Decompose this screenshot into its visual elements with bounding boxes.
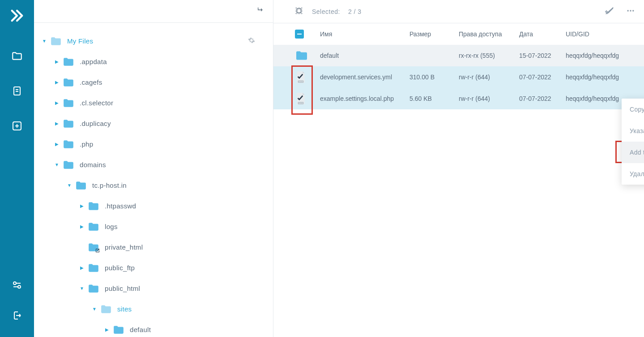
svg-point-13 xyxy=(630,10,631,11)
sidebar: ▼ My Files ▶.appdata▶.cagefs▶.cl.selecto… xyxy=(34,0,273,337)
folder-tree: ▼ My Files ▶.appdata▶.cagefs▶.cl.selecto… xyxy=(34,23,273,337)
cell-date: 07-07-2022 xyxy=(519,73,566,81)
tree-label: .htpasswd xyxy=(105,202,136,210)
tree-item[interactable]: ▼domains xyxy=(38,155,269,175)
file-icon xyxy=(295,92,320,105)
cell-perm: rw-r-r (644) xyxy=(459,95,519,102)
table-body: defaultrx-rx-rx (555)15-07-2022heqqxfdg/… xyxy=(273,45,644,109)
context-menu-item[interactable]: Удалить xyxy=(622,163,644,185)
tree-label: My Files xyxy=(67,37,93,45)
context-menu-item[interactable]: Copy/Move to... xyxy=(622,99,644,120)
table-row[interactable]: development.services.yml310.00 Brw-r-r (… xyxy=(273,66,644,88)
cell-perm: rx-rx-rx (555) xyxy=(459,52,519,59)
svg-rect-10 xyxy=(297,9,301,13)
svg-point-14 xyxy=(632,10,634,11)
folder-icon xyxy=(88,201,99,211)
tree-root[interactable]: ▼ My Files xyxy=(38,31,269,52)
chevron-right-icon[interactable]: ▶ xyxy=(79,203,85,208)
file-icon xyxy=(295,70,320,84)
enter-icon[interactable] xyxy=(257,6,264,16)
tree-label: .cagefs xyxy=(80,78,102,86)
header-checkbox[interactable] xyxy=(295,30,304,39)
tree-label: public_html xyxy=(105,285,140,292)
toolbar: Selected: 2 / 3 xyxy=(273,0,644,23)
col-perm[interactable]: Права доступа xyxy=(459,30,519,38)
tree-item[interactable]: ▶default xyxy=(38,320,269,337)
tree-item[interactable]: ▼sites xyxy=(38,299,269,320)
folder-icon xyxy=(88,242,99,252)
svg-point-12 xyxy=(627,10,629,11)
tree-item[interactable]: ▶.htpasswd xyxy=(38,196,269,216)
cell-size: 5.60 KB xyxy=(409,95,459,102)
tree-item[interactable]: ▶.duplicacy xyxy=(38,113,269,134)
context-menu-item[interactable]: Add to archive xyxy=(622,142,644,163)
chevron-right-icon[interactable]: ▶ xyxy=(54,80,60,85)
chevron-right-icon[interactable]: ▶ xyxy=(79,224,85,229)
col-name[interactable]: Имя xyxy=(320,30,409,38)
settings-icon[interactable] xyxy=(8,276,26,294)
tree-item[interactable]: ▼tc.p-host.in xyxy=(38,175,269,196)
files-icon[interactable] xyxy=(8,47,26,65)
cell-name: example.settings.local.php xyxy=(320,95,409,102)
col-size[interactable]: Размер xyxy=(409,30,459,38)
folder-icon xyxy=(63,119,74,129)
context-menu-item[interactable]: Указать права доступа xyxy=(622,120,644,142)
cell-perm: rw-r-r (644) xyxy=(459,73,519,81)
svg-line-11 xyxy=(606,8,614,14)
chevron-right-icon[interactable]: ▶ xyxy=(104,327,110,332)
tree-item[interactable]: ▶.cagefs xyxy=(38,72,269,93)
svg-point-20 xyxy=(299,103,300,104)
tree-label: sites xyxy=(117,305,132,313)
add-icon[interactable] xyxy=(8,117,26,135)
tree-item[interactable]: ▼public_html xyxy=(38,278,269,299)
folder-icon xyxy=(88,284,99,294)
selected-count: 2 / 3 xyxy=(348,8,362,15)
tree-label: tc.p-host.in xyxy=(92,181,127,189)
chevron-right-icon[interactable]: ▶ xyxy=(54,59,60,64)
select-all-icon[interactable] xyxy=(295,7,303,16)
chevron-down-icon[interactable]: ▼ xyxy=(41,39,47,43)
tree-label: private_html xyxy=(105,243,143,251)
app-root: ▼ My Files ▶.appdata▶.cagefs▶.cl.selecto… xyxy=(0,0,644,337)
gear-icon[interactable] xyxy=(248,37,255,46)
deselect-icon[interactable] xyxy=(605,6,614,17)
tree-label: domains xyxy=(80,161,106,168)
tree-label: logs xyxy=(105,223,118,230)
chevron-down-icon[interactable]: ▼ xyxy=(79,286,85,291)
col-date[interactable]: Дата xyxy=(519,30,566,38)
folder-icon xyxy=(295,50,320,61)
tree-label: .duplicacy xyxy=(80,120,111,127)
chevron-right-icon[interactable]: ▶ xyxy=(54,100,60,105)
tree-item[interactable]: ▶.appdata xyxy=(38,52,269,72)
chevron-down-icon[interactable]: ▼ xyxy=(66,183,73,188)
svg-point-17 xyxy=(300,81,301,82)
logout-icon[interactable] xyxy=(8,307,26,324)
svg-point-22 xyxy=(302,103,303,104)
app-logo[interactable] xyxy=(9,8,25,25)
sidebar-header xyxy=(34,0,273,23)
tree-item[interactable]: ▶.php xyxy=(38,134,269,155)
chevron-right-icon[interactable]: ▶ xyxy=(79,265,85,270)
tree-label: .cl.selector xyxy=(80,99,113,107)
chevron-right-icon[interactable]: ▶ xyxy=(54,121,60,126)
folder-icon xyxy=(63,160,74,170)
chevron-down-icon[interactable]: ▼ xyxy=(91,307,98,311)
chevron-right-icon[interactable]: ▶ xyxy=(54,142,60,147)
table-row[interactable]: defaultrx-rx-rx (555)15-07-2022heqqxfdg/… xyxy=(273,45,644,66)
svg-point-18 xyxy=(302,81,303,82)
folder-icon xyxy=(50,36,62,46)
folder-icon xyxy=(88,222,99,232)
folder-icon xyxy=(88,263,99,273)
tree-item[interactable]: ▶private_html xyxy=(38,237,269,258)
chevron-down-icon[interactable]: ▼ xyxy=(54,162,60,167)
svg-point-21 xyxy=(300,103,301,104)
tree-label: public_ftp xyxy=(105,264,135,272)
tree-item[interactable]: ▶public_ftp xyxy=(38,258,269,278)
tree-item[interactable]: ▶logs xyxy=(38,216,269,237)
table-row[interactable]: example.settings.local.php5.60 KBrw-r-r … xyxy=(273,88,644,109)
document-icon[interactable] xyxy=(8,82,26,100)
tree-item[interactable]: ▶.cl.selector xyxy=(38,93,269,113)
more-icon[interactable] xyxy=(626,6,635,17)
tree-label: .php xyxy=(80,140,93,148)
col-uid[interactable]: UID/GID xyxy=(566,30,635,38)
